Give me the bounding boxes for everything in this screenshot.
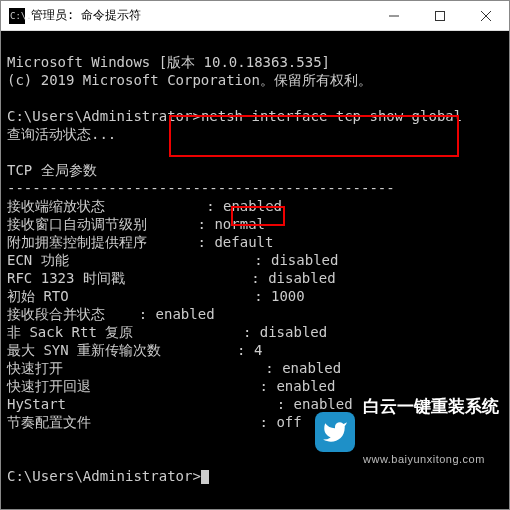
cursor — [201, 470, 209, 484]
section-title: TCP 全局参数 — [7, 162, 97, 178]
cmd-icon: C:\. — [9, 8, 25, 24]
status-line: 查询活动状态... — [7, 126, 116, 142]
window-title: 管理员: 命令提示符 — [31, 7, 371, 24]
param-row: 接收窗口自动调节级别 : normal — [7, 216, 265, 232]
param-row: 快速打开 : enabled — [7, 360, 341, 376]
param-row: RFC 1323 时间戳 : disabled — [7, 270, 336, 286]
param-row: 节奏配置文件 : off — [7, 414, 302, 430]
close-button[interactable] — [463, 1, 509, 30]
param-row: 快速打开回退 : enabled — [7, 378, 335, 394]
window-controls — [371, 1, 509, 30]
param-row: 接收段合并状态 : enabled — [7, 306, 215, 322]
watermark-text: 白云一键重装系统 www.baiyunxitong.com — [363, 362, 499, 501]
param-row: 附加拥塞控制提供程序 : default — [7, 234, 273, 250]
maximize-button[interactable] — [417, 1, 463, 30]
watermark-icon — [315, 412, 355, 452]
svg-rect-1 — [436, 11, 445, 20]
param-row: 初始 RTO : 1000 — [7, 288, 305, 304]
terminal-area[interactable]: Microsoft Windows [版本 10.0.18363.535] (c… — [1, 31, 509, 510]
banner-line: (c) 2019 Microsoft Corporation。保留所有权利。 — [7, 72, 372, 88]
prompt: C:\Users\Administrator> — [7, 468, 201, 484]
banner-line: Microsoft Windows [版本 10.0.18363.535] — [7, 54, 330, 70]
prompt: C:\Users\Administrator> — [7, 108, 201, 124]
param-row: 最大 SYN 重新传输次数 : 4 — [7, 342, 262, 358]
param-row: 接收端缩放状态 : enabled — [7, 198, 282, 214]
watermark-title: 白云一键重装系统 — [363, 398, 499, 415]
watermark-url: www.baiyunxitong.com — [363, 454, 499, 465]
command-text: netsh interface tcp show global — [201, 108, 462, 124]
param-row: 非 Sack Rtt 复原 : disabled — [7, 324, 327, 340]
watermark: 白云一键重装系统 www.baiyunxitong.com — [315, 362, 499, 501]
param-row: ECN 功能 : disabled — [7, 252, 338, 268]
param-row: HyStart : enabled — [7, 396, 353, 412]
minimize-button[interactable] — [371, 1, 417, 30]
titlebar: C:\. 管理员: 命令提示符 — [1, 1, 509, 31]
divider: ----------------------------------------… — [7, 180, 395, 196]
